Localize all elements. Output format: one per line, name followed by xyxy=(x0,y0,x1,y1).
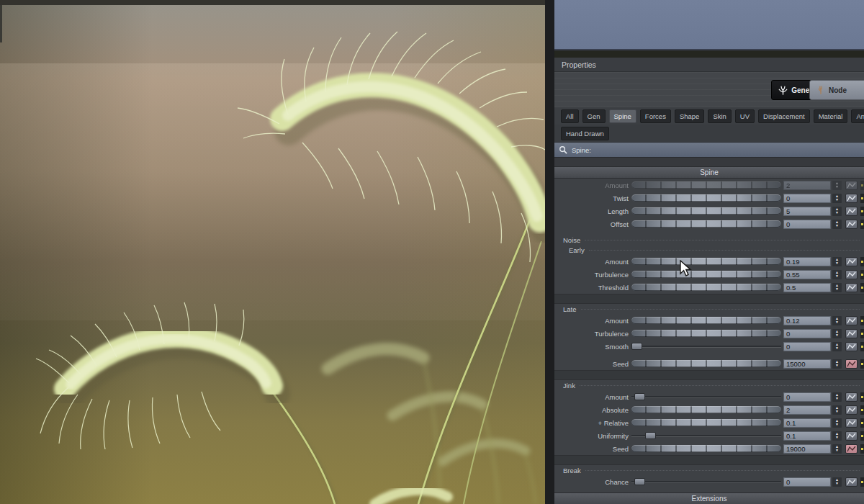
stepper-down-icon[interactable]: ▼ xyxy=(835,287,839,291)
tab-hand-drawn[interactable]: Hand Drawn xyxy=(561,127,609,140)
curve-editor-button[interactable] xyxy=(845,316,858,325)
value-stepper[interactable]: ▲▼ xyxy=(832,477,842,487)
slider-handle[interactable] xyxy=(631,343,642,350)
curve-editor-button[interactable] xyxy=(845,194,858,203)
param-slider[interactable] xyxy=(631,181,781,189)
section-header-extensions[interactable]: Extensions xyxy=(554,492,864,504)
stepper-down-icon[interactable]: ▼ xyxy=(835,274,839,278)
param-slider[interactable] xyxy=(631,445,781,452)
tab-shape[interactable]: Shape xyxy=(675,109,704,123)
stepper-down-icon[interactable]: ▼ xyxy=(835,436,839,439)
value-stepper[interactable]: ▲▼ xyxy=(832,181,842,190)
slider-handle[interactable] xyxy=(645,432,656,439)
param-value-field[interactable]: 5 xyxy=(783,207,831,216)
param-slider[interactable] xyxy=(631,406,781,413)
param-value-field[interactable]: 0.5 xyxy=(783,283,831,292)
value-stepper[interactable]: ▲▼ xyxy=(832,194,842,203)
curve-editor-button[interactable] xyxy=(845,342,858,351)
param-slider[interactable] xyxy=(631,393,781,400)
tab-animation[interactable]: Animation xyxy=(851,109,864,123)
stepper-down-icon[interactable]: ▼ xyxy=(835,423,839,426)
viewport-3d[interactable] xyxy=(0,0,545,504)
value-stepper[interactable]: ▲▼ xyxy=(832,342,842,351)
section-header-spine[interactable]: Spine xyxy=(554,166,864,179)
param-slider[interactable] xyxy=(631,220,781,228)
param-value-field[interactable]: 19000 xyxy=(783,444,831,454)
param-value-field[interactable]: 0.1 xyxy=(783,431,831,441)
tab-spine[interactable]: Spine xyxy=(609,109,636,123)
value-stepper[interactable]: ▲▼ xyxy=(832,405,842,415)
curve-editor-button[interactable] xyxy=(845,392,858,402)
param-value-field[interactable]: 0.1 xyxy=(783,418,831,428)
param-value-field[interactable]: 0 xyxy=(783,194,831,203)
param-slider[interactable] xyxy=(631,360,781,367)
tab-uv[interactable]: UV xyxy=(735,109,755,123)
param-value-field[interactable]: 0 xyxy=(783,342,831,351)
slider-handle[interactable] xyxy=(634,393,645,400)
value-stepper[interactable]: ▲▼ xyxy=(832,359,842,369)
stepper-down-icon[interactable]: ▼ xyxy=(835,346,839,350)
value-stepper[interactable]: ▲▼ xyxy=(832,270,842,279)
value-stepper[interactable]: ▲▼ xyxy=(832,207,842,216)
param-value-field[interactable]: 0 xyxy=(783,329,831,338)
param-value-field[interactable]: 0 xyxy=(783,220,831,229)
curve-editor-button[interactable] xyxy=(845,207,858,216)
param-value-field[interactable]: 0.12 xyxy=(783,316,831,325)
value-stepper[interactable]: ▲▼ xyxy=(832,418,842,428)
tab-displacement[interactable]: Displacement xyxy=(758,109,810,123)
curve-editor-button[interactable] xyxy=(845,418,858,428)
tab-gen[interactable]: Gen xyxy=(582,109,606,123)
value-stepper[interactable]: ▲▼ xyxy=(832,329,842,338)
param-slider[interactable] xyxy=(631,284,781,291)
param-slider[interactable] xyxy=(631,419,781,426)
param-slider[interactable] xyxy=(631,194,781,202)
param-slider[interactable] xyxy=(631,343,781,350)
stepper-down-icon[interactable]: ▼ xyxy=(835,449,839,452)
stepper-down-icon[interactable]: ▼ xyxy=(835,364,839,367)
curve-editor-button[interactable] xyxy=(845,257,858,266)
curve-editor-button[interactable] xyxy=(845,329,858,338)
stepper-down-icon[interactable]: ▼ xyxy=(835,410,839,413)
param-slider[interactable] xyxy=(631,317,781,324)
curve-editor-button[interactable] xyxy=(845,270,858,279)
param-value-field[interactable]: 15000 xyxy=(783,359,831,369)
param-value-field[interactable]: 2 xyxy=(783,181,831,190)
value-stepper[interactable]: ▲▼ xyxy=(832,283,842,292)
param-value-field[interactable]: 0 xyxy=(783,477,831,487)
panel-divider[interactable] xyxy=(545,0,555,504)
stepper-down-icon[interactable]: ▼ xyxy=(835,211,839,215)
value-stepper[interactable]: ▲▼ xyxy=(832,316,842,325)
param-slider[interactable] xyxy=(631,207,781,215)
curve-editor-button[interactable] xyxy=(845,405,858,415)
stepper-down-icon[interactable]: ▼ xyxy=(835,333,839,337)
randomize-seed-button[interactable] xyxy=(845,444,858,454)
param-value-field[interactable]: 0.55 xyxy=(783,270,831,279)
stepper-down-icon[interactable]: ▼ xyxy=(835,320,839,324)
tab-all[interactable]: All xyxy=(561,109,579,123)
curve-editor-button[interactable] xyxy=(845,220,858,229)
value-stepper[interactable]: ▲▼ xyxy=(832,431,842,441)
stepper-down-icon[interactable]: ▼ xyxy=(835,224,839,228)
slider-handle[interactable] xyxy=(634,478,645,485)
tab-forces[interactable]: Forces xyxy=(640,109,671,123)
tab-skin[interactable]: Skin xyxy=(708,109,731,123)
value-stepper[interactable]: ▲▼ xyxy=(832,444,842,454)
param-slider[interactable] xyxy=(631,258,781,265)
stepper-down-icon[interactable]: ▼ xyxy=(835,482,839,485)
curve-editor-button[interactable] xyxy=(845,181,858,190)
stepper-down-icon[interactable]: ▼ xyxy=(835,397,839,400)
param-value-field[interactable]: 0.19 xyxy=(783,257,831,266)
properties-titlebar[interactable]: Properties xyxy=(554,58,864,72)
curve-editor-button[interactable] xyxy=(845,477,858,487)
curve-editor-button[interactable] xyxy=(845,431,858,441)
param-value-field[interactable]: 0 xyxy=(783,392,831,402)
node-view-button[interactable]: Node xyxy=(809,80,864,100)
stepper-down-icon[interactable]: ▼ xyxy=(835,185,839,189)
param-slider[interactable] xyxy=(631,271,781,278)
stepper-down-icon[interactable]: ▼ xyxy=(835,261,839,265)
value-stepper[interactable]: ▲▼ xyxy=(832,392,842,402)
tab-material[interactable]: Material xyxy=(814,109,848,123)
param-slider[interactable] xyxy=(631,330,781,337)
value-stepper[interactable]: ▲▼ xyxy=(832,220,842,229)
curve-editor-button[interactable] xyxy=(845,283,858,292)
